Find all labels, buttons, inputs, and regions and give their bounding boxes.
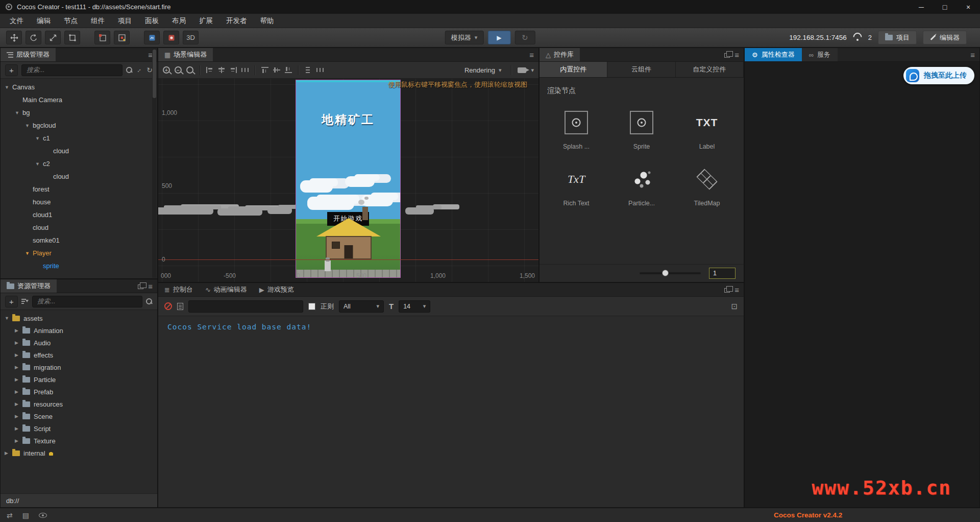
tree-node[interactable]: ▼ bgcloud	[1, 119, 157, 132]
widget-category-tab[interactable]: 云组件	[607, 62, 675, 77]
rotate-tool-button[interactable]	[26, 31, 41, 44]
tree-node[interactable]: cloud	[1, 145, 157, 157]
menu-item[interactable]: 组件	[84, 14, 111, 28]
expand-arrow-icon[interactable]: ▼	[15, 110, 22, 115]
tree-node[interactable]: house	[1, 196, 157, 208]
scene-color-button[interactable]	[144, 31, 160, 44]
expand-arrow-icon[interactable]: ▶	[15, 426, 22, 431]
popout-icon[interactable]	[138, 284, 143, 289]
tab-services[interactable]: ∞ 服务	[802, 48, 838, 61]
tree-node[interactable]: cloud1	[1, 208, 157, 221]
font-size-select[interactable]: 14 ▾	[399, 300, 430, 313]
open-log-file-icon[interactable]	[177, 303, 183, 310]
scrollbar-thumb[interactable]	[153, 50, 156, 98]
hierarchy-scrollbar[interactable]	[152, 49, 157, 278]
menu-item[interactable]: 面板	[138, 14, 165, 28]
asset-row[interactable]: ▼ assets	[1, 312, 157, 324]
simulator-select[interactable]: 模拟器▾	[445, 31, 484, 44]
distribute-vertical-icon[interactable]	[305, 67, 312, 73]
expand-arrow-icon[interactable]: ▶	[15, 365, 22, 370]
expand-arrow-icon[interactable]: ▼	[25, 251, 33, 256]
asset-row[interactable]: ▶ Script	[1, 422, 157, 435]
search-icon[interactable]	[146, 298, 153, 305]
menu-item[interactable]: 节点	[57, 14, 84, 28]
expand-arrow-icon[interactable]: ▼	[5, 85, 12, 90]
rect-tool-button[interactable]	[64, 31, 80, 44]
tab-widget-library[interactable]: △ 控件库	[540, 48, 580, 61]
zoom-slider[interactable]	[640, 272, 701, 274]
menu-item[interactable]: 开发者	[219, 14, 254, 28]
zoom-in-icon[interactable]: +	[163, 66, 170, 74]
distribute-spacing-icon[interactable]	[316, 67, 324, 73]
popout-icon[interactable]	[724, 53, 730, 58]
pivot-toggle-button[interactable]	[94, 31, 110, 44]
expand-arrow-icon[interactable]: ▼	[5, 316, 12, 321]
log-list-icon[interactable]: ▤	[22, 511, 29, 519]
expand-arrow-icon[interactable]: ▶	[5, 450, 12, 456]
expand-collapse-icon[interactable]: ↕	[135, 65, 144, 75]
open-editor-button[interactable]: 编辑器	[923, 31, 967, 44]
expand-arrow-icon[interactable]: ▶	[15, 377, 22, 382]
align-left-icon[interactable]	[206, 67, 213, 73]
gizmo-color-button[interactable]	[163, 31, 179, 44]
create-asset-button[interactable]: +	[5, 296, 18, 307]
component-item[interactable]: TiledMap	[679, 164, 735, 207]
export-log-icon[interactable]: ⊡	[731, 302, 738, 311]
tab-scene-editor[interactable]: ▦ 场景编辑器	[158, 48, 213, 61]
console-filter-input[interactable]	[188, 300, 303, 313]
scale-tool-button[interactable]	[45, 31, 61, 44]
expand-arrow-icon[interactable]: ▶	[15, 438, 22, 443]
menu-item[interactable]: 布局	[165, 14, 192, 28]
expand-arrow-icon[interactable]: ▶	[15, 340, 22, 345]
tree-node[interactable]: ▼ bg	[1, 106, 157, 119]
tree-node[interactable]: Main Camera	[1, 93, 157, 106]
refresh-preview-button[interactable]: ↻	[514, 31, 535, 44]
close-button[interactable]: ×	[957, 0, 980, 14]
align-middle-icon[interactable]	[273, 67, 280, 73]
panel-menu-icon[interactable]: ≡	[734, 286, 739, 294]
eye-icon[interactable]	[39, 513, 47, 518]
regex-checkbox[interactable]	[308, 303, 315, 310]
align-bottom-icon[interactable]	[285, 67, 292, 73]
chevron-down-icon[interactable]: ▾	[531, 67, 534, 74]
align-top-icon[interactable]	[261, 67, 268, 73]
align-right-icon[interactable]	[230, 67, 237, 73]
asset-row[interactable]: ▶ migration	[1, 361, 157, 373]
expand-arrow-icon[interactable]: ▶	[15, 352, 22, 358]
asset-row[interactable]: ▶ Particle	[1, 373, 157, 386]
tab-assets[interactable]: 资源管理器	[1, 279, 57, 293]
tree-node[interactable]: somke01	[1, 234, 157, 247]
expand-arrow-icon[interactable]: ▶	[15, 414, 22, 419]
log-level-select[interactable]: All ▾	[339, 300, 384, 313]
expand-arrow-icon[interactable]: ▼	[35, 136, 43, 141]
minimize-button[interactable]: ─	[910, 0, 933, 14]
camera-icon[interactable]	[518, 67, 526, 73]
console-log-area[interactable]: Cocos Service load base data!	[158, 316, 744, 507]
menu-item[interactable]: 项目	[111, 14, 138, 28]
rendering-select[interactable]: Rendering ▾	[461, 66, 505, 74]
sort-icon[interactable]	[21, 298, 29, 304]
panel-menu-icon[interactable]: ≡	[148, 282, 153, 290]
tree-node[interactable]: sprite	[1, 259, 157, 272]
asset-row[interactable]: ▶ Audio	[1, 337, 157, 349]
widget-category-tab[interactable]: 内置控件	[540, 62, 607, 77]
play-button[interactable]: ▶	[487, 31, 510, 44]
asset-row[interactable]: ▶ internal	[1, 447, 157, 459]
zoom-slider-thumb[interactable]	[662, 270, 669, 276]
asset-row[interactable]: ▶ effects	[1, 349, 157, 361]
create-node-button[interactable]: +	[5, 64, 18, 76]
tree-node[interactable]: ▼ Canvas	[1, 81, 157, 93]
expand-arrow-icon[interactable]: ▶	[15, 389, 22, 394]
menu-item[interactable]: 编辑	[30, 14, 57, 28]
component-item[interactable]: TxT Rich Text	[548, 164, 604, 207]
zoom-reset-icon[interactable]	[186, 66, 193, 74]
console-area-tab[interactable]: ▶ 游戏预览	[253, 283, 300, 296]
search-icon[interactable]	[126, 67, 133, 74]
asset-row[interactable]: ▶ Animation	[1, 324, 157, 337]
open-project-button[interactable]: 项目	[878, 31, 917, 44]
console-area-tab[interactable]: ∿ 动画编辑器	[199, 283, 253, 296]
tree-node[interactable]: ▼ c2	[1, 157, 157, 170]
distribute-horizontal-icon[interactable]	[241, 67, 249, 73]
asset-row[interactable]: ▶ Prefab	[1, 386, 157, 398]
tab-hierarchy[interactable]: 层级管理器	[1, 48, 56, 61]
